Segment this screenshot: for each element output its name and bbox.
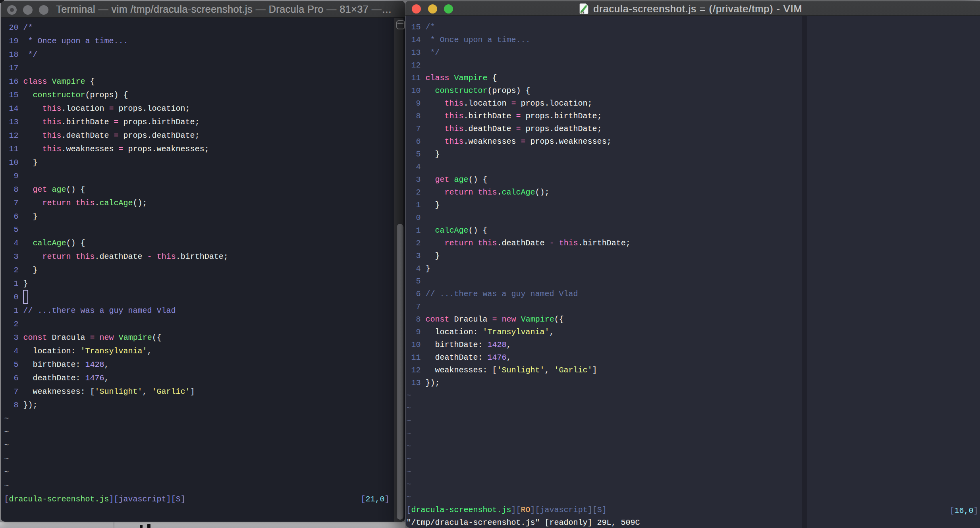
svg-text:JS: JS [581, 11, 585, 14]
